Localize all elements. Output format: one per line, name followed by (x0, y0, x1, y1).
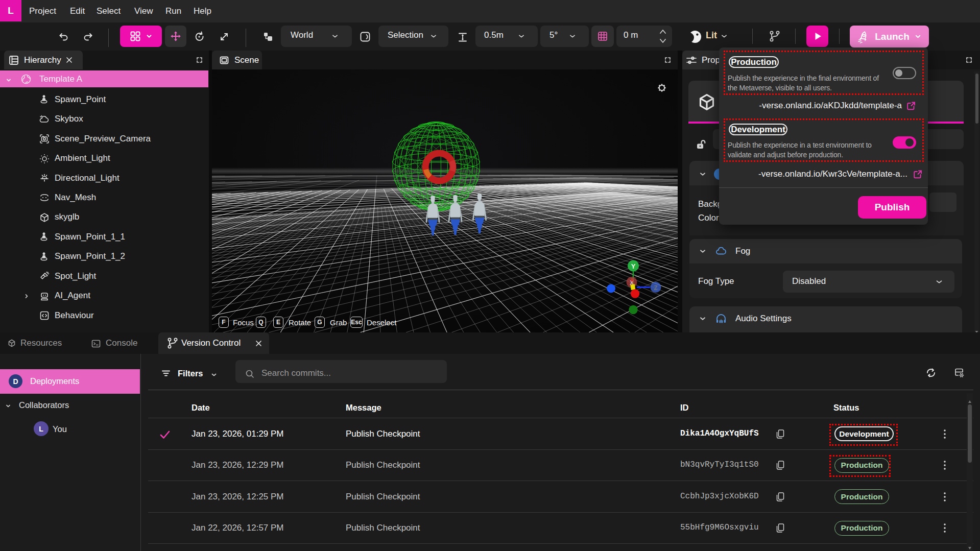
svg-text:Z: Z (654, 284, 657, 292)
svg-text:Y: Y (631, 262, 636, 270)
